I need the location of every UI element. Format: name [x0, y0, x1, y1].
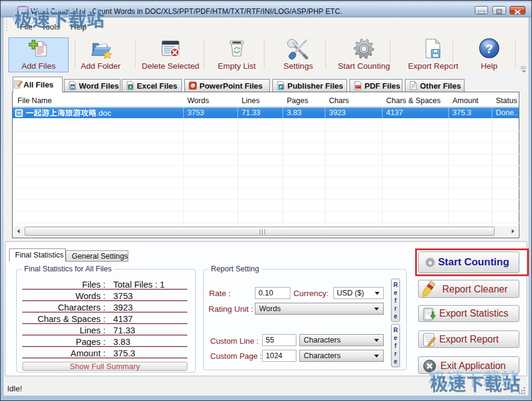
svg-text:W: W	[70, 84, 75, 90]
svg-text:?: ?	[486, 42, 493, 55]
svg-text:X: X	[129, 84, 132, 90]
svg-text:W: W	[17, 111, 21, 115]
svg-text:P: P	[280, 84, 283, 90]
svg-text:.doc: .doc	[96, 109, 111, 118]
